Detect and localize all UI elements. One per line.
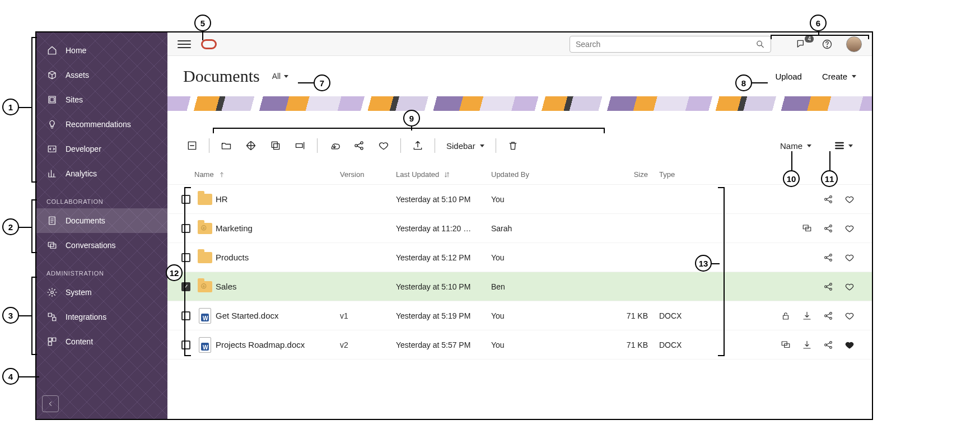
svg-rect-18 [296, 144, 303, 148]
row-fav-icon[interactable] [844, 223, 855, 234]
table-row[interactable]: HRYesterday at 5:10 PMYou [167, 185, 872, 214]
sidebar-item-integrations[interactable]: Integrations [36, 305, 167, 329]
content-icon [46, 336, 58, 347]
sidebar-item-conversations[interactable]: Conversations [36, 233, 167, 258]
col-header-version[interactable]: Version [340, 170, 396, 179]
row-updated: Yesterday at 5:19 PM [396, 311, 491, 320]
table-row[interactable]: MarketingYesterday at 11:20 …Sarah [167, 214, 872, 243]
col-header-size[interactable]: Size [586, 170, 659, 179]
sidebar-item-sites[interactable]: Sites [36, 87, 167, 112]
annotation-line [712, 263, 720, 264]
row-name: Marketing [216, 223, 340, 233]
table-row[interactable]: Get Started.docxv1Yesterday at 5:19 PMYo… [167, 301, 872, 330]
sort-dropdown[interactable]: Name [774, 141, 817, 151]
view-mode-dropdown[interactable] [828, 140, 858, 151]
annotation-line [752, 82, 768, 83]
row-lock-icon[interactable] [780, 310, 791, 321]
row-share-icon[interactable] [823, 339, 834, 351]
row-type: DOCX [659, 311, 715, 320]
row-comment-icon[interactable] [780, 339, 791, 351]
annotation-11: 11 [821, 170, 838, 187]
sidebar-item-documents[interactable]: Documents [36, 208, 167, 233]
action-toolbar: Sidebar Name [167, 133, 872, 158]
sidebar-item-home[interactable]: Home [36, 38, 167, 63]
row-share-icon[interactable] [823, 281, 834, 292]
col-label: Name [194, 170, 214, 179]
folder-icon [198, 223, 212, 234]
row-share-icon[interactable] [823, 310, 834, 321]
col-header-updated[interactable]: Last Updated [396, 170, 491, 179]
sort-both-icon [444, 171, 450, 178]
sidebar-item-content[interactable]: Content [36, 329, 167, 354]
row-fav-icon[interactable] [844, 194, 855, 205]
row-name: Get Started.docx [216, 311, 340, 320]
sidebar-item-system[interactable]: System [36, 280, 167, 305]
table-row[interactable]: ProductsYesterday at 5:12 PMYou [167, 243, 872, 272]
open-icon[interactable] [215, 134, 237, 157]
sidebar-item-label: Home [66, 46, 86, 55]
copy-icon[interactable] [264, 134, 287, 157]
integrations-icon [46, 311, 58, 323]
share-icon[interactable] [348, 134, 370, 157]
row-fav-icon[interactable] [844, 281, 855, 292]
notifications-icon[interactable]: 4 [795, 38, 808, 51]
sidebar-item-assets[interactable]: Assets [36, 63, 167, 87]
search-input[interactable] [576, 40, 755, 49]
sidebar-item-label: Documents [66, 216, 105, 225]
col-label: Version [340, 170, 364, 179]
row-download-icon[interactable] [801, 339, 813, 351]
col-header-by[interactable]: Updated By [491, 170, 586, 179]
col-header-type[interactable]: Type [659, 170, 715, 179]
sidebar-collapse-button[interactable] [42, 395, 59, 412]
annotation-line [818, 31, 819, 36]
toolbar-right: Name [774, 140, 858, 151]
annotation-line [19, 376, 39, 377]
conversations-icon [46, 240, 58, 251]
search-input-wrap[interactable] [570, 36, 771, 53]
row-share-icon[interactable] [823, 223, 834, 234]
row-download-icon[interactable] [801, 310, 813, 321]
select-all-toggle[interactable] [181, 134, 203, 157]
table-row[interactable]: SalesYesterday at 5:10 PMBen [167, 272, 872, 301]
favorite-icon[interactable] [372, 134, 395, 157]
sidebar-item-recommendations[interactable]: Recommendations [36, 112, 167, 137]
row-name: Products [216, 253, 340, 262]
row-updated-by: You [491, 195, 586, 204]
sidebar-item-analytics[interactable]: Analytics [36, 161, 167, 186]
row-fav-icon[interactable] [844, 310, 855, 321]
filter-dropdown[interactable]: All [272, 72, 289, 81]
hamburger-icon[interactable] [178, 38, 191, 51]
annotation-bracket [184, 187, 191, 356]
sidebar-panel-dropdown[interactable]: Sidebar [441, 141, 490, 151]
row-name: HR [216, 194, 340, 204]
folder-icon [198, 194, 212, 205]
row-fav-icon[interactable] [844, 252, 855, 263]
delete-icon[interactable] [502, 134, 524, 157]
rename-icon[interactable] [289, 134, 311, 157]
row-updated-by: You [491, 340, 586, 349]
row-share-icon[interactable] [823, 252, 834, 263]
annotation-bracket [31, 277, 37, 355]
move-icon[interactable] [240, 134, 262, 157]
row-share-icon[interactable] [823, 194, 834, 205]
annotation-line [829, 151, 830, 170]
create-dropdown[interactable]: Create [822, 72, 856, 81]
download-icon[interactable] [323, 134, 346, 157]
upload-icon[interactable] [407, 134, 429, 157]
col-header-name[interactable]: Name [194, 170, 340, 179]
help-icon[interactable] [820, 38, 834, 51]
row-updated-by: You [491, 253, 586, 262]
svg-point-12 [757, 41, 762, 46]
col-label: Type [659, 170, 675, 179]
row-comment-icon[interactable] [801, 223, 813, 234]
annotation-4: 4 [2, 368, 19, 385]
annotation-13: 13 [695, 255, 712, 272]
row-fav-filled-icon[interactable] [844, 339, 855, 351]
row-updated-by: You [491, 311, 586, 320]
dev-icon [46, 143, 58, 155]
table-row[interactable]: Projects Roadmap.docxv2Yesterday at 5:57… [167, 330, 872, 360]
sidebar-item-developer[interactable]: Developer [36, 137, 167, 161]
upload-button[interactable]: Upload [775, 72, 802, 81]
sidebar-item-label: Recommendations [66, 120, 131, 129]
sidebar-item-label: Analytics [66, 169, 97, 178]
